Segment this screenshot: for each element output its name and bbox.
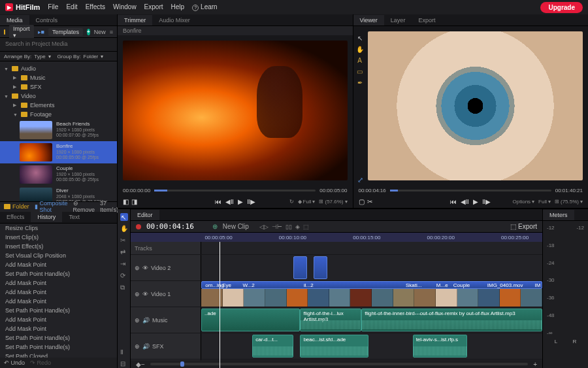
zoom-dropdown[interactable]: ⊞ (75.5%) ▾ (555, 199, 583, 205)
timeline-audio-clip[interactable]: flight-of-the-i...lux Artlist.mp3 (300, 309, 361, 331)
tool-icon[interactable]: ⬚ (303, 224, 309, 230)
menu-effects[interactable]: Effects (86, 3, 105, 11)
pointer-tool-icon[interactable]: ↖ (356, 34, 364, 42)
editor-export-button[interactable]: ⬚ Export (510, 223, 537, 230)
tab-editor[interactable]: Editor (131, 210, 159, 220)
tab-media[interactable]: Media (0, 15, 29, 25)
tree-elements[interactable]: ▶Elements (0, 101, 117, 110)
undo-button[interactable]: ↶ Undo (4, 360, 25, 366)
select-tool-icon[interactable]: ↖ (120, 213, 128, 221)
menu-file[interactable]: File (48, 3, 58, 11)
tree-audio[interactable]: ▼Audio (0, 64, 117, 73)
pause-icon[interactable]: Ⅱ (120, 348, 128, 356)
tool-icon[interactable]: ⊣⊢ (272, 224, 282, 230)
tab-text[interactable]: Text (62, 212, 86, 222)
redo-button[interactable]: ↷ Redo (30, 360, 51, 366)
expand-icon[interactable]: ⤢ (357, 176, 363, 184)
timeline-clip-strip[interactable]: om...ing Eye W...2 il...2 Skati... M...e… (201, 281, 542, 289)
tool-icon[interactable]: ▯▯ (286, 224, 292, 230)
new-button[interactable]: New (94, 29, 106, 35)
step-fwd-button[interactable]: Ⅱ▶ (482, 198, 491, 205)
prev-frame-button[interactable]: ⏮ (450, 198, 457, 205)
upgrade-button[interactable]: Upgrade (540, 2, 583, 13)
menu-edit[interactable]: Edit (66, 3, 77, 11)
clip-diver[interactable]: Diver2048 × 1080 pixels00:00:06:00 @ 23.… (0, 186, 117, 201)
new-folder-button[interactable]: Folder (4, 203, 29, 210)
hand-tool-icon[interactable]: ✋ (356, 45, 364, 53)
pen-tool-icon[interactable]: ✒ (356, 78, 364, 86)
rate-tool-icon[interactable]: ⟳ (120, 272, 128, 280)
play-button[interactable]: ▶ (238, 198, 243, 205)
tree-music[interactable]: ▶Music (0, 73, 117, 82)
history-item[interactable]: Add Mask Point (0, 260, 117, 269)
quality-dropdown[interactable]: ◆ Full ▾ (298, 199, 316, 205)
search-input[interactable] (5, 41, 112, 47)
quality-dropdown[interactable]: Full ▾ (538, 199, 551, 205)
play-button[interactable]: ▶ (473, 198, 478, 205)
zoom-out-icon[interactable]: ⊟ (120, 360, 128, 368)
viewer-scrub-track[interactable] (390, 190, 551, 192)
rect-tool-icon[interactable]: ▭ (356, 67, 364, 75)
history-item[interactable]: Set Path Point Handle(s) (0, 343, 117, 352)
track-music[interactable]: ⊕🔊Music ..ade flight-of-the-i...lux Artl… (131, 307, 542, 333)
history-item[interactable]: Resize Clips (0, 224, 117, 233)
menu-window[interactable]: Window (113, 3, 137, 11)
history-item[interactable]: Set Path Point Handle(s) (0, 269, 117, 278)
clip-beach-friends[interactable]: Beach Friends1920 × 1080 pixels00:00:07:… (0, 119, 117, 141)
clip-bonfire[interactable]: Bonfire1920 × 1080 pixels00:00:05:00 @ 2… (0, 141, 117, 163)
new-clip-button[interactable]: New Clip (223, 223, 249, 230)
track-sfx[interactable]: ⊕🔊SFX car-d...t... beac...ist.sfd...ade … (131, 333, 542, 360)
timeline-sfx-clip[interactable]: tel-aviv-s...ist.rfp.s (413, 335, 468, 358)
tool-icon[interactable]: ◁▷ (259, 224, 269, 230)
options-dropdown[interactable]: Options ▾ (513, 199, 535, 205)
loop-icon[interactable]: ↻ (289, 199, 294, 205)
history-item[interactable]: Set Visual Clip Position (0, 251, 117, 260)
history-item[interactable]: Set Path Point Handle(s) (0, 306, 117, 315)
tab-trimmer[interactable]: Trimmer (118, 15, 152, 25)
timeline-sfx-clip[interactable]: beac...ist.sfd...ade (300, 335, 368, 358)
slip-tool-icon[interactable]: ⇄ (120, 248, 128, 256)
text-tool-icon[interactable]: A (356, 56, 364, 64)
step-back-button[interactable]: ◀Ⅱ (461, 198, 469, 205)
viewer-preview[interactable] (368, 31, 583, 180)
history-item[interactable]: Add Mask Point (0, 324, 117, 333)
timeline-audio-clip[interactable]: ..ade (201, 309, 300, 331)
snap-tool-icon[interactable]: ⧉ (120, 284, 128, 292)
out-point-icon[interactable]: ◨ (131, 198, 137, 205)
crop-icon[interactable]: ✂ (367, 198, 372, 205)
tree-video[interactable]: ▼Video (0, 92, 117, 101)
tab-history[interactable]: History (31, 212, 62, 222)
step-fwd-button[interactable]: Ⅱ▶ (247, 198, 255, 205)
history-item[interactable]: Add Mask Point (0, 315, 117, 324)
trimmer-preview[interactable] (123, 41, 348, 180)
editor-timecode[interactable]: 00:00:04:16 (146, 222, 194, 231)
tree-sfx[interactable]: ▶SFX (0, 82, 117, 92)
timeline-clip[interactable] (293, 256, 307, 279)
view-list-icon[interactable]: ≡ (110, 29, 113, 35)
import-button[interactable]: Import ▾ (9, 25, 34, 39)
group-value[interactable]: Folder (84, 54, 99, 59)
timeline-ruler[interactable]: 00:00:05:00 00:00:10:00 00:00:15:00 00:0… (131, 233, 542, 242)
tree-footage[interactable]: ▼Footage (0, 110, 117, 119)
tab-layer[interactable]: Layer (384, 15, 412, 25)
ripple-tool-icon[interactable]: ⇥ (120, 260, 128, 268)
snap-icon[interactable]: ◆ (136, 361, 141, 368)
zoom-dropdown[interactable]: ⊞ (57.6%) ▾ (319, 199, 347, 205)
in-point-icon[interactable]: ◧ (123, 198, 129, 205)
step-back-button[interactable]: ◀Ⅱ (225, 198, 234, 205)
zoom-out-btn[interactable]: − (141, 361, 145, 368)
history-item[interactable]: Insert Clip(s) (0, 233, 117, 242)
arrange-value[interactable]: Type (34, 54, 45, 59)
history-item[interactable]: Set Path Point Handle(s) (0, 333, 117, 343)
history-item[interactable]: Set Path Closed (0, 352, 117, 358)
templates-button[interactable]: Templates (48, 28, 83, 36)
menu-learn[interactable]: ?Learn (192, 3, 218, 11)
add-icon[interactable]: ⊕ (212, 223, 218, 230)
trimmer-scrub-track[interactable] (154, 190, 316, 192)
tab-audiomixer[interactable]: Audio Mixer (152, 15, 197, 25)
zoom-in-btn[interactable]: + (533, 361, 537, 368)
tab-controls[interactable]: Controls (29, 15, 65, 25)
tool-icon[interactable]: ◈ (295, 224, 300, 230)
menu-help[interactable]: Help (171, 3, 185, 11)
tab-viewer[interactable]: Viewer (353, 15, 384, 25)
